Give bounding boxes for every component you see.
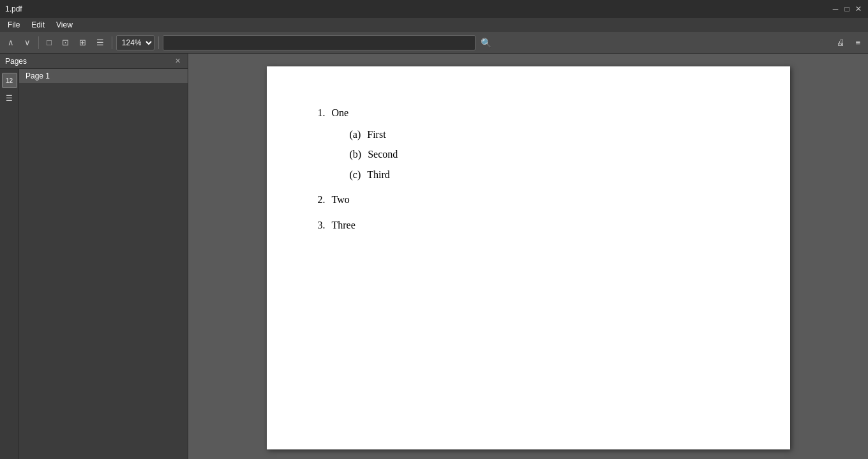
sublist-1: (a) First (b) Second (c) Third [318,126,739,183]
menu-bar: File Edit View [0,18,868,32]
zoom-select[interactable]: 124% 50% 75% 100% 150% 200% [116,35,154,50]
print-icon: 🖨 [837,38,845,47]
sidebar-header: Pages ✕ [0,54,188,69]
sidebar-panel: Page 1 [19,69,188,459]
window-title: 1.pdf [5,4,22,13]
subitem-1a-label: (a) [350,126,361,143]
menu-file[interactable]: File [3,19,25,31]
item-1-text: One [332,105,349,121]
list-icon: ☰ [6,94,13,103]
sidebar-icon-column: 12 ☰ [0,69,19,459]
next-page-icon: ∨ [24,38,31,47]
title-bar: 1.pdf ─ □ ✕ [0,0,868,18]
search-icon: 🔍 [481,38,491,48]
item-2-number: 2. [318,192,326,208]
pages-icon: 12 [6,77,13,84]
sidebar-close-button[interactable]: ✕ [173,56,183,66]
minimize-button[interactable]: ─ [831,4,840,13]
subitem-1b: (b) Second [350,146,739,163]
list-item-3: 3. Three [318,217,739,234]
toolbar-right: 🖨 ≡ [833,34,864,51]
search-button[interactable]: 🔍 [478,36,494,49]
item-3-text: Three [332,217,355,234]
list-item-2: 2. Two [318,192,739,208]
sidebar-title: Pages [5,57,27,66]
hand-button[interactable]: ☰ [93,34,108,51]
sidebar-toggle-button[interactable]: ≡ [851,34,864,51]
subitem-1c: (c) Third [350,167,739,183]
subitem-1a-text: First [367,126,385,143]
sidebar: Pages ✕ 12 ☰ Page 1 [0,54,188,459]
subitem-1c-label: (c) [350,167,361,183]
fit-width-button[interactable]: ⊡ [58,34,73,51]
list-item-3-row: 3. Three [318,217,739,234]
window-controls: ─ □ ✕ [831,4,863,13]
list-icon-button[interactable]: ☰ [2,91,17,106]
separator-2 [112,36,112,49]
list-item-1-row: 1. One [318,105,739,121]
close-button[interactable]: ✕ [854,4,863,13]
separator-1 [38,36,39,49]
maximize-button[interactable]: □ [842,4,851,13]
main-area: Pages ✕ 12 ☰ Page 1 [0,54,868,459]
pdf-page: 1. One (a) First (b) Second [267,66,790,449]
list-item-2-row: 2. Two [318,192,739,208]
selection-icon: ⊞ [79,38,86,47]
subitem-1c-text: Third [367,167,390,183]
menu-edit[interactable]: Edit [26,19,50,31]
fit-width-icon: ⊡ [62,38,69,47]
item-3-number: 3. [318,217,326,234]
pages-icon-button[interactable]: 12 [2,73,17,88]
toolbar: ∧ ∨ □ ⊡ ⊞ ☰ 124% 50% 75% 100% 150% 200% … [0,32,868,54]
item-2-text: Two [332,192,350,208]
subitem-1b-text: Second [368,146,398,163]
prev-page-button[interactable]: ∧ [4,34,18,51]
list-item-1: 1. One (a) First (b) Second [318,105,739,183]
page-1-item[interactable]: Page 1 [19,69,188,83]
fit-page-icon: □ [47,38,52,47]
selection-button[interactable]: ⊞ [75,34,90,51]
prev-page-icon: ∧ [8,38,14,47]
pdf-viewer[interactable]: 1. One (a) First (b) Second [188,54,868,459]
subitem-1b-label: (b) [350,146,362,163]
search-input[interactable] [163,35,475,50]
print-button[interactable]: 🖨 [833,34,849,51]
sidebar-toggle-icon: ≡ [855,38,860,47]
separator-3 [158,36,159,49]
next-page-button[interactable]: ∨ [20,34,34,51]
menu-view[interactable]: View [51,19,78,31]
item-1-number: 1. [318,105,326,121]
hand-icon: ☰ [96,38,104,47]
pdf-content: 1. One (a) First (b) Second [318,105,739,234]
subitem-1a: (a) First [350,126,739,143]
fit-page-button[interactable]: □ [43,34,56,51]
